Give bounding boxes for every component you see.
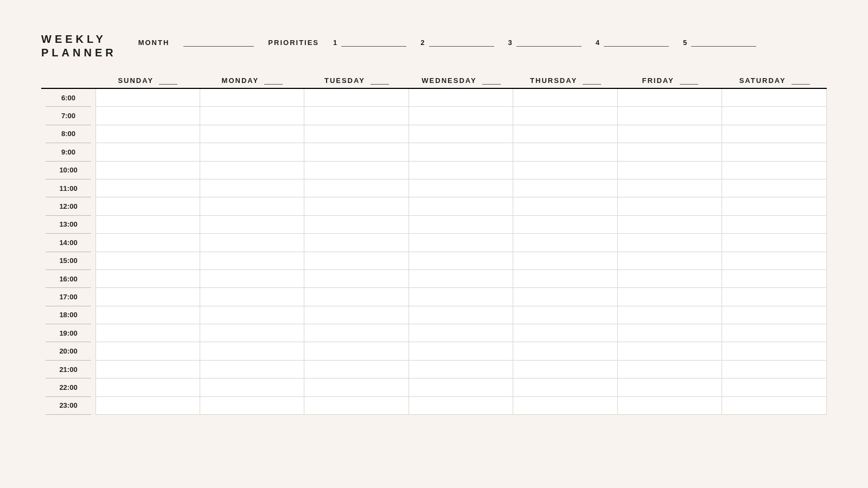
time-slot[interactable]	[200, 342, 305, 360]
time-slot[interactable]	[513, 342, 618, 360]
time-slot[interactable]	[95, 252, 200, 270]
time-slot[interactable]	[304, 397, 409, 415]
priority-input-1[interactable]	[341, 35, 406, 47]
time-slot[interactable]	[200, 197, 305, 215]
time-slot[interactable]	[304, 252, 409, 270]
time-slot[interactable]	[409, 252, 514, 270]
time-slot[interactable]	[513, 397, 618, 415]
time-slot[interactable]	[722, 197, 827, 215]
time-slot[interactable]	[304, 306, 409, 324]
time-slot[interactable]	[618, 125, 723, 143]
time-slot[interactable]	[95, 324, 200, 342]
time-slot[interactable]	[722, 89, 827, 107]
time-slot[interactable]	[618, 89, 723, 107]
time-slot[interactable]	[200, 162, 305, 179]
time-slot[interactable]	[200, 125, 305, 143]
time-slot[interactable]	[618, 252, 723, 270]
time-slot[interactable]	[200, 324, 305, 342]
time-slot[interactable]	[409, 342, 514, 360]
time-slot[interactable]	[618, 270, 723, 288]
time-slot[interactable]	[304, 270, 409, 288]
time-slot[interactable]	[618, 306, 723, 324]
time-slot[interactable]	[304, 361, 409, 378]
time-slot[interactable]	[304, 89, 409, 107]
time-slot[interactable]	[304, 179, 409, 197]
time-slot[interactable]	[513, 197, 618, 215]
time-slot[interactable]	[722, 342, 827, 360]
time-slot[interactable]	[513, 89, 618, 107]
time-slot[interactable]	[95, 179, 200, 197]
time-slot[interactable]	[95, 143, 200, 161]
time-slot[interactable]	[409, 378, 514, 396]
day-date-thursday[interactable]	[583, 75, 601, 85]
time-slot[interactable]	[95, 306, 200, 324]
time-slot[interactable]	[409, 270, 514, 288]
time-slot[interactable]	[722, 107, 827, 125]
time-slot[interactable]	[618, 179, 723, 197]
time-slot[interactable]	[722, 179, 827, 197]
time-slot[interactable]	[513, 143, 618, 161]
time-slot[interactable]	[722, 378, 827, 396]
time-slot[interactable]	[618, 288, 723, 306]
time-slot[interactable]	[200, 216, 305, 234]
time-slot[interactable]	[513, 125, 618, 143]
time-slot[interactable]	[95, 107, 200, 125]
time-slot[interactable]	[200, 306, 305, 324]
time-slot[interactable]	[200, 378, 305, 396]
time-slot[interactable]	[95, 288, 200, 306]
time-slot[interactable]	[409, 397, 514, 415]
time-slot[interactable]	[200, 270, 305, 288]
time-slot[interactable]	[513, 288, 618, 306]
priority-input-5[interactable]	[691, 35, 756, 47]
time-slot[interactable]	[513, 107, 618, 125]
day-date-wednesday[interactable]	[482, 75, 501, 85]
time-slot[interactable]	[513, 270, 618, 288]
time-slot[interactable]	[95, 162, 200, 179]
time-slot[interactable]	[513, 361, 618, 378]
time-slot[interactable]	[95, 397, 200, 415]
time-slot[interactable]	[513, 252, 618, 270]
time-slot[interactable]	[304, 342, 409, 360]
day-date-tuesday[interactable]	[371, 75, 389, 85]
time-slot[interactable]	[95, 197, 200, 215]
time-slot[interactable]	[200, 89, 305, 107]
time-slot[interactable]	[409, 234, 514, 252]
time-slot[interactable]	[722, 216, 827, 234]
time-slot[interactable]	[722, 270, 827, 288]
time-slot[interactable]	[304, 378, 409, 396]
time-slot[interactable]	[618, 397, 723, 415]
time-slot[interactable]	[95, 89, 200, 107]
time-slot[interactable]	[618, 234, 723, 252]
time-slot[interactable]	[304, 197, 409, 215]
day-date-saturday[interactable]	[792, 75, 810, 85]
time-slot[interactable]	[304, 216, 409, 234]
time-slot[interactable]	[200, 179, 305, 197]
time-slot[interactable]	[200, 107, 305, 125]
day-date-sunday[interactable]	[159, 75, 177, 85]
time-slot[interactable]	[409, 107, 514, 125]
time-slot[interactable]	[618, 361, 723, 378]
time-slot[interactable]	[618, 143, 723, 161]
time-slot[interactable]	[513, 179, 618, 197]
time-slot[interactable]	[722, 252, 827, 270]
time-slot[interactable]	[513, 378, 618, 396]
time-slot[interactable]	[200, 143, 305, 161]
time-slot[interactable]	[722, 162, 827, 179]
time-slot[interactable]	[304, 234, 409, 252]
time-slot[interactable]	[618, 378, 723, 396]
time-slot[interactable]	[409, 324, 514, 342]
time-slot[interactable]	[200, 252, 305, 270]
day-date-monday[interactable]	[264, 75, 283, 85]
time-slot[interactable]	[513, 306, 618, 324]
time-slot[interactable]	[618, 107, 723, 125]
time-slot[interactable]	[95, 378, 200, 396]
priority-input-3[interactable]	[516, 35, 582, 47]
time-slot[interactable]	[200, 234, 305, 252]
time-slot[interactable]	[513, 216, 618, 234]
time-slot[interactable]	[409, 143, 514, 161]
time-slot[interactable]	[722, 288, 827, 306]
priority-input-4[interactable]	[604, 35, 669, 47]
time-slot[interactable]	[513, 162, 618, 179]
time-slot[interactable]	[618, 324, 723, 342]
time-slot[interactable]	[95, 125, 200, 143]
